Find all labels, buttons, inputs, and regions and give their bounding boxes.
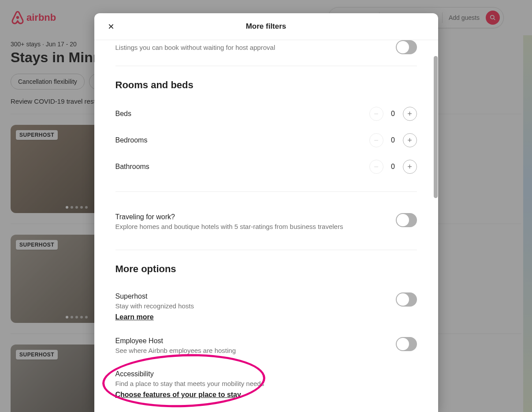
superhost-toggle[interactable]	[396, 292, 417, 307]
instant-book-subtitle: Listings you can book without waiting fo…	[115, 44, 275, 51]
rooms-heading: Rooms and beds	[115, 79, 417, 91]
work-subtitle: Explore homes and boutique hotels with 5…	[115, 223, 343, 230]
work-toggle[interactable]	[396, 213, 417, 227]
bathrooms-label: Bathrooms	[115, 163, 149, 171]
bedrooms-label: Bedrooms	[115, 136, 148, 144]
instant-book-row: Listings you can book without waiting fo…	[115, 40, 417, 66]
bathrooms-counter: − 0 +	[369, 160, 417, 174]
bedrooms-row: Bedrooms − 0 +	[115, 127, 417, 154]
bathrooms-increment[interactable]: +	[403, 160, 417, 174]
superhost-subtitle: Stay with recognized hosts	[115, 302, 194, 310]
employee-subtitle: See where Airbnb employees are hosting	[115, 347, 236, 354]
modal-title: More filters	[246, 22, 286, 31]
modal-header: More filters	[94, 13, 438, 40]
beds-increment[interactable]: +	[403, 107, 417, 121]
bedrooms-increment[interactable]: +	[403, 133, 417, 147]
work-title: Traveling for work?	[115, 213, 343, 221]
instant-book-toggle[interactable]	[396, 40, 417, 54]
bedrooms-decrement[interactable]: −	[369, 133, 383, 147]
accessibility-title: Accessibility	[115, 370, 264, 378]
rooms-section: Rooms and beds Beds − 0 + Bedrooms − 0 +	[115, 66, 417, 191]
more-filters-modal: More filters Listings you can book witho…	[94, 13, 438, 412]
bedrooms-value: 0	[390, 136, 397, 144]
modal-overlay[interactable]: More filters Listings you can book witho…	[0, 0, 532, 412]
bathrooms-row: Bathrooms − 0 +	[115, 154, 417, 180]
work-section: Traveling for work? Explore homes and bo…	[115, 191, 417, 250]
employee-host-row: Employee Host See where Airbnb employees…	[115, 329, 417, 362]
beds-value: 0	[390, 110, 397, 118]
superhost-title: Superhost	[115, 292, 194, 300]
modal-scrollbar[interactable]	[434, 56, 438, 198]
beds-label: Beds	[115, 110, 131, 118]
beds-counter: − 0 +	[369, 107, 417, 121]
bedrooms-counter: − 0 +	[369, 133, 417, 147]
bathrooms-value: 0	[390, 163, 397, 171]
accessibility-row: Accessibility Find a place to stay that …	[115, 362, 417, 407]
close-button[interactable]	[105, 20, 117, 33]
beds-decrement[interactable]: −	[369, 107, 383, 121]
close-icon	[108, 23, 114, 30]
superhost-row: Superhost Stay with recognized hosts Lea…	[115, 285, 417, 329]
more-options-heading: More options	[115, 263, 417, 275]
employee-toggle[interactable]	[396, 337, 417, 351]
work-row: Traveling for work? Explore homes and bo…	[115, 205, 417, 238]
modal-body[interactable]: Listings you can book without waiting fo…	[94, 40, 438, 412]
beds-row: Beds − 0 +	[115, 101, 417, 127]
bathrooms-decrement[interactable]: −	[369, 160, 383, 174]
employee-title: Employee Host	[115, 337, 236, 345]
more-options-section: More options Superhost Stay with recogni…	[115, 250, 417, 412]
accessibility-choose-features-link[interactable]: Choose features of your place to stay	[115, 391, 241, 399]
accessibility-subtitle: Find a place to stay that meets your mob…	[115, 380, 264, 387]
superhost-learn-more-link[interactable]: Learn more	[115, 313, 154, 321]
